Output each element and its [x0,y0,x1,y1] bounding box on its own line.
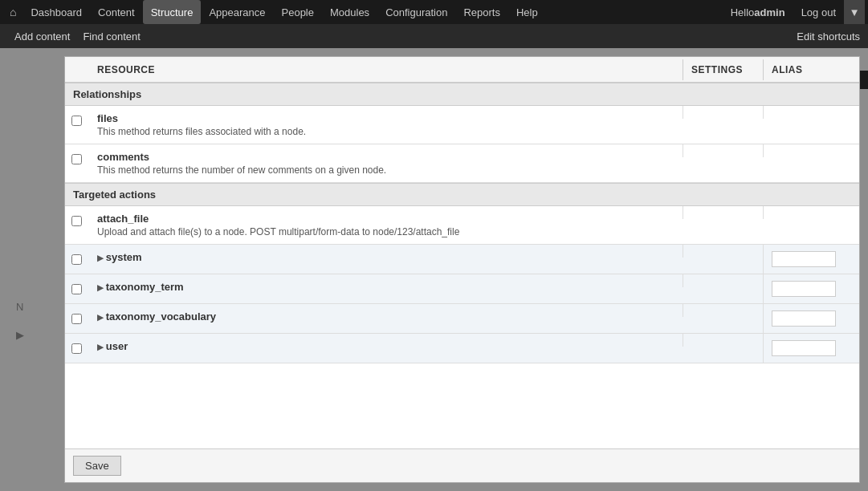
nav-help[interactable]: Help [508,0,546,24]
nav-people[interactable]: People [274,0,322,24]
taxonomy-vocabulary-alias-cell [763,304,859,333]
files-settings-cell [683,106,763,119]
files-desc: This method returns files associated wit… [97,126,674,137]
attach-file-desc: Upload and attach file(s) to a node. POS… [97,226,674,237]
comments-settings-cell [683,144,763,157]
table-body: Relationships files This method returns … [65,83,859,448]
table-header: RESOURCE SETTINGS ALIAS [65,57,859,83]
taxonomy-vocabulary-title[interactable]: taxonomy_vocabulary [97,310,674,323]
files-checkbox[interactable] [71,116,82,126]
nav-modules[interactable]: Modules [322,0,377,24]
th-settings: SETTINGS [683,59,763,80]
comments-content: comments This method returns the number … [89,144,683,182]
system-settings-cell [683,245,763,258]
logout-button[interactable]: Log out [793,0,844,24]
nav-reports[interactable]: Reports [455,0,508,24]
comments-title: comments [97,151,674,163]
system-content: system [89,245,683,271]
user-alias-cell [763,334,859,363]
edit-shortcuts-link[interactable]: Edit shortcuts [797,30,860,43]
nav-configuration[interactable]: Configuration [377,0,455,24]
top-navigation: ⌂ Dashboard Content Structure Appearance… [0,0,868,24]
comments-alias-cell [763,144,859,157]
system-alias-input[interactable] [772,251,836,267]
taxonomy-term-content: taxonomy_term [89,274,683,301]
table-row: taxonomy_term [65,274,859,304]
section-targeted-actions: Targeted actions [65,183,859,206]
taxonomy-vocabulary-checkbox-cell [65,304,89,332]
taxonomy-term-title[interactable]: taxonomy_term [97,281,674,293]
attach-file-title: attach_file [97,213,674,225]
user-title[interactable]: user [97,340,674,352]
taxonomy-term-checkbox-cell [65,274,89,302]
files-content: files This method returns files associat… [89,106,683,144]
user-content: user [89,334,683,360]
comments-checkbox[interactable] [71,154,82,164]
attach-file-alias-cell [763,206,859,219]
taxonomy-term-checkbox[interactable] [71,284,82,294]
secondary-navigation: Add content Find content Edit shortcuts [0,24,868,48]
save-row: Save [65,448,859,482]
user-checkbox-cell [65,334,89,362]
nav-dashboard[interactable]: Dashboard [22,0,90,24]
taxonomy-term-alias-cell [763,274,859,303]
section-relationships: Relationships [65,83,859,106]
files-alias-cell [763,106,859,119]
table-row: files This method returns files associat… [65,106,859,144]
comments-desc: This method returns the number of new co… [97,164,674,176]
attach-file-settings-cell [683,206,763,219]
taxonomy-vocabulary-checkbox[interactable] [71,314,82,324]
system-checkbox[interactable] [71,254,82,265]
files-title: files [97,112,674,124]
taxonomy-vocabulary-content: taxonomy_vocabulary [89,304,683,331]
attach-file-checkbox[interactable] [71,216,82,226]
files-checkbox-cell [65,106,89,134]
nav-structure[interactable]: Structure [143,0,202,24]
admin-name: admin [754,6,784,18]
save-button[interactable]: Save [73,456,121,476]
nav-expand-button[interactable]: ▼ [844,0,865,24]
table-row: attach_file Upload and attach file(s) to… [65,206,859,245]
add-content-link[interactable]: Add content [8,24,76,48]
find-content-link[interactable]: Find content [76,24,147,48]
taxonomy-vocabulary-alias-input[interactable] [772,310,836,327]
attach-file-checkbox-cell [65,206,89,234]
main-modal: RESOURCE SETTINGS ALIAS Relationships fi… [64,56,860,483]
th-resource: RESOURCE [89,59,683,80]
user-alias-input[interactable] [772,340,836,356]
nav-content[interactable]: Content [90,0,143,24]
home-icon[interactable]: ⌂ [3,6,22,18]
table-row: user [65,334,859,363]
table-row: taxonomy_vocabulary [65,304,859,334]
nav-appearance[interactable]: Appearance [201,0,273,24]
user-checkbox[interactable] [71,343,82,354]
hello-label: Hello admin [723,0,793,24]
table-row: comments This method returns the number … [65,144,859,183]
system-alias-cell [763,245,859,274]
nav-right-section: Hello admin Log out ▼ [723,0,865,24]
table-row: system [65,245,859,274]
user-settings-cell [683,334,763,347]
system-checkbox-cell [65,245,89,273]
taxonomy-term-alias-input[interactable] [772,281,836,297]
system-title[interactable]: system [97,251,674,263]
taxonomy-term-settings-cell [683,274,763,287]
comments-checkbox-cell [65,144,89,172]
taxonomy-vocabulary-settings-cell [683,304,763,317]
th-alias: ALIAS [763,59,859,80]
attach-file-content: attach_file Upload and attach file(s) to… [89,206,683,244]
